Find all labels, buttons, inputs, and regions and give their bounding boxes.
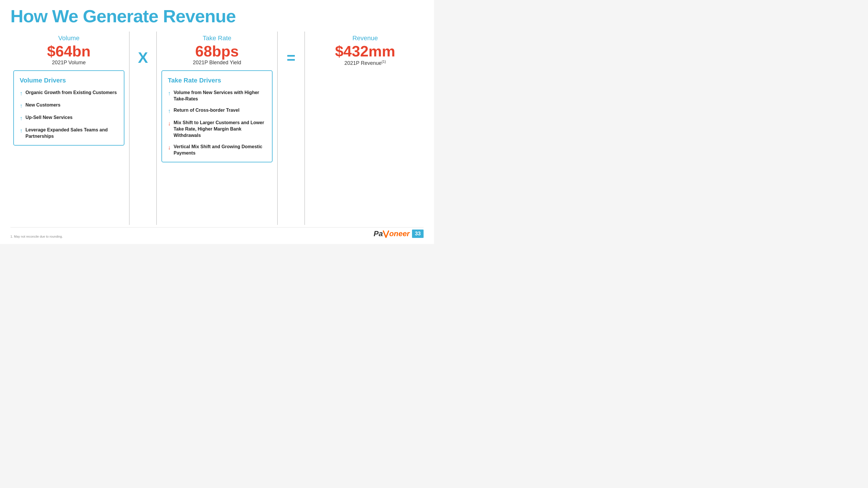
footnote: 1. May not reconcile due to rounding. <box>10 235 63 238</box>
footer: 1. May not reconcile due to rounding. Pa… <box>10 227 424 238</box>
revenue-header: Revenue <box>352 34 378 42</box>
take-rate-driver-text-4: Vertical Mix Shift and Growing Domestic … <box>174 144 266 156</box>
arrow-up-icon: ↑ <box>20 115 23 122</box>
take-rate-value: 68bps <box>195 43 239 60</box>
main-content: Volume $64bn 2021P Volume Volume Drivers… <box>10 32 424 225</box>
multiply-operator: X <box>131 32 155 66</box>
page-number: 33 <box>412 230 424 238</box>
separator-4 <box>304 32 305 225</box>
multiply-symbol: X <box>138 49 148 66</box>
take-rate-header: Take Rate <box>203 34 231 42</box>
logo-area: Pa oneer 33 <box>374 229 424 238</box>
revenue-superscript: (1) <box>382 60 386 64</box>
arrow-up-icon: ↑ <box>20 102 23 109</box>
equals-operator: = <box>279 32 303 66</box>
take-rate-driver-item-3: ↓ Mix Shift to Larger Customers and Lowe… <box>168 120 266 139</box>
take-rate-driver-text-1: Volume from New Services with Higher Tak… <box>174 89 266 102</box>
separator-2 <box>156 32 157 225</box>
volume-driver-item-4: ↑ Leverage Expanded Sales Teams and Part… <box>20 127 118 139</box>
take-rate-column: Take Rate 68bps 2021P Blended Yield Take… <box>159 32 275 165</box>
volume-drivers-title: Volume Drivers <box>20 77 118 84</box>
arrow-up-icon: ↑ <box>168 108 171 114</box>
arrow-down-icon: ↓ <box>168 120 171 127</box>
volume-driver-text-4: Leverage Expanded Sales Teams and Partne… <box>26 127 118 139</box>
arrow-up-icon: ↑ <box>20 90 23 97</box>
take-rate-driver-text-3: Mix Shift to Larger Customers and Lower … <box>174 120 266 139</box>
take-rate-driver-box: Take Rate Drivers ↑ Volume from New Serv… <box>161 70 273 162</box>
revenue-column: Revenue $432mm 2021P Revenue(1) <box>307 32 424 74</box>
volume-driver-box: Volume Drivers ↑ Organic Growth from Exi… <box>13 70 124 146</box>
logo-oneer: oneer <box>389 229 410 238</box>
take-rate-driver-text-2: Return of Cross-border Travel <box>174 107 240 114</box>
logo-pay: Pa <box>374 229 383 238</box>
arrow-up-icon: ↑ <box>168 90 171 97</box>
volume-driver-text-1: Organic Growth from Existing Customers <box>26 89 117 96</box>
payoneer-logo: Pa oneer <box>374 229 410 238</box>
volume-driver-item-3: ↑ Up-Sell New Services <box>20 114 118 122</box>
volume-header: Volume <box>58 34 79 42</box>
arrow-up-icon: ↑ <box>20 127 23 134</box>
take-rate-sublabel: 2021P Blended Yield <box>193 60 241 66</box>
take-rate-drivers-title: Take Rate Drivers <box>168 77 266 84</box>
slide-title: How We Generate Revenue <box>10 6 424 26</box>
logo-v-icon <box>383 230 389 239</box>
revenue-sublabel-text: 2021P Revenue <box>344 60 382 66</box>
volume-driver-text-3: Up-Sell New Services <box>26 114 73 121</box>
arrow-down-icon: ↓ <box>168 144 171 151</box>
equals-symbol: = <box>287 49 296 66</box>
take-rate-driver-item-1: ↑ Volume from New Services with Higher T… <box>168 89 266 102</box>
slide: How We Generate Revenue Volume $64bn 202… <box>0 0 434 244</box>
take-rate-driver-item-2: ↑ Return of Cross-border Travel <box>168 107 266 114</box>
revenue-sublabel: 2021P Revenue(1) <box>344 60 386 66</box>
volume-value: $64bn <box>47 43 91 60</box>
revenue-value: $432mm <box>335 43 395 60</box>
volume-driver-text-2: New Customers <box>26 102 60 108</box>
volume-sublabel: 2021P Volume <box>52 60 86 66</box>
volume-driver-item-1: ↑ Organic Growth from Existing Customers <box>20 89 118 97</box>
separator-3 <box>277 32 278 225</box>
volume-column: Volume $64bn 2021P Volume Volume Drivers… <box>10 32 127 149</box>
separator-1 <box>129 32 130 225</box>
take-rate-driver-item-4: ↓ Vertical Mix Shift and Growing Domesti… <box>168 144 266 156</box>
volume-driver-item-2: ↑ New Customers <box>20 102 118 109</box>
